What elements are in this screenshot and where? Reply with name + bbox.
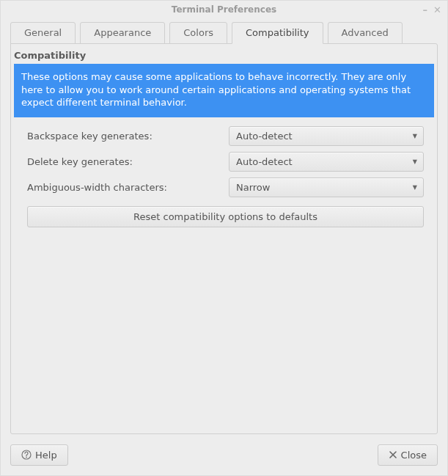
help-button[interactable]: Help [10, 444, 68, 466]
preferences-window: Terminal Preferences – ✕ General Appeara… [0, 0, 448, 476]
reset-button-label: Reset compatibility options to defaults [133, 211, 317, 222]
tab-compatibility[interactable]: Compatibility [232, 22, 323, 44]
tab-advanced[interactable]: Advanced [328, 22, 403, 44]
label-delete: Delete key generates: [27, 156, 229, 167]
info-banner: These options may cause some application… [14, 64, 434, 117]
svg-point-1 [26, 456, 27, 458]
label-ambiguous: Ambiguous-width characters: [27, 182, 229, 193]
combo-backspace[interactable]: Auto-detect ▼ [229, 126, 424, 146]
combo-ambiguous[interactable]: Narrow ▼ [229, 177, 424, 197]
chevron-down-icon: ▼ [413, 158, 417, 165]
combo-ambiguous-value: Narrow [236, 182, 413, 193]
section-heading: Compatibility [11, 44, 437, 64]
combo-delete-value: Auto-detect [236, 156, 413, 167]
close-button[interactable]: Close [378, 444, 438, 466]
window-title: Terminal Preferences [1, 4, 447, 15]
combo-backspace-value: Auto-detect [236, 131, 413, 142]
label-backspace: Backspace key generates: [27, 131, 229, 142]
action-bar: Help Close [1, 443, 447, 475]
close-window-icon[interactable]: ✕ [433, 5, 441, 15]
help-icon [21, 450, 32, 460]
chevron-down-icon: ▼ [413, 184, 417, 191]
row-backspace: Backspace key generates: Auto-detect ▼ [27, 123, 424, 149]
window-controls: – ✕ [423, 5, 441, 15]
close-icon [389, 450, 397, 459]
tab-colors[interactable]: Colors [169, 22, 227, 44]
minimize-icon[interactable]: – [423, 5, 428, 15]
close-button-label: Close [401, 450, 427, 461]
tab-bar: General Appearance Colors Compatibility … [10, 22, 438, 43]
tab-appearance[interactable]: Appearance [80, 22, 165, 44]
tab-panel-compatibility: Compatibility These options may cause so… [10, 43, 438, 434]
chevron-down-icon: ▼ [413, 133, 417, 139]
form: Backspace key generates: Auto-detect ▼ D… [11, 123, 437, 200]
combo-delete[interactable]: Auto-detect ▼ [229, 152, 424, 172]
row-delete: Delete key generates: Auto-detect ▼ [27, 149, 424, 175]
row-ambiguous: Ambiguous-width characters: Narrow ▼ [27, 175, 424, 200]
reset-button[interactable]: Reset compatibility options to defaults [27, 206, 424, 227]
help-button-label: Help [35, 450, 57, 461]
titlebar: Terminal Preferences – ✕ [1, 1, 447, 18]
window-body: General Appearance Colors Compatibility … [1, 18, 447, 443]
tab-general[interactable]: General [10, 22, 76, 44]
